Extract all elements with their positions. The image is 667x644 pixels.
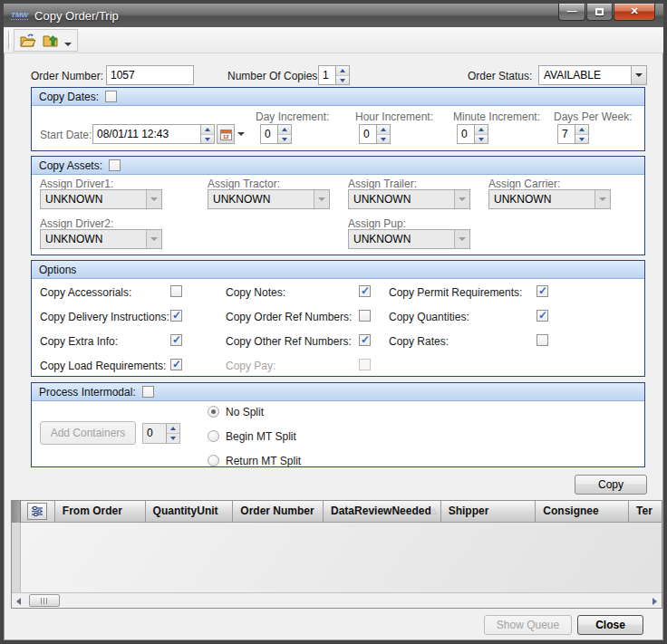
titlebar: TMW Copy Order/Trip — ✕ xyxy=(4,4,663,27)
copy-assets-header-label: Copy Assets: xyxy=(39,159,102,172)
copy-notes-checkbox[interactable] xyxy=(359,285,371,297)
field-chooser-button[interactable] xyxy=(27,503,47,520)
start-date-up-button[interactable] xyxy=(201,125,214,135)
day-increment-value: 0 xyxy=(261,125,277,143)
column-header-order-number[interactable]: Order Number xyxy=(233,501,324,523)
days-per-week-value: 7 xyxy=(558,125,575,143)
day-increment-up[interactable] xyxy=(278,125,291,135)
number-of-copies-value: 1 xyxy=(319,66,335,84)
minute-increment-up[interactable] xyxy=(475,125,488,135)
assign-tractor-label: Assign Tractor: xyxy=(208,178,280,190)
column-header-datareviewneeded[interactable]: DataReviewNeeded △ xyxy=(324,501,441,523)
number-of-copies-stepper[interactable]: 1 xyxy=(318,65,350,85)
assign-trailer-value: UNKNOWN xyxy=(349,190,454,208)
days-per-week-up[interactable] xyxy=(575,125,588,135)
assign-driver2-dropdown: UNKNOWN xyxy=(40,229,162,249)
open-order-button[interactable] xyxy=(17,31,38,50)
radio-return-mt-split xyxy=(208,455,219,466)
scroll-right-button[interactable] xyxy=(647,594,662,608)
calendar-icon: 12 xyxy=(220,129,232,140)
minute-increment-down[interactable] xyxy=(475,135,488,144)
column-header-from-order[interactable]: From Order xyxy=(55,501,146,523)
copy-button[interactable]: Copy xyxy=(575,475,647,495)
column-header-shipper[interactable]: Shipper xyxy=(441,501,536,523)
hour-increment-label: Hour Increment: xyxy=(355,111,433,123)
hour-increment-stepper[interactable]: 0 xyxy=(359,124,391,144)
start-date-down-button[interactable] xyxy=(201,135,214,144)
process-intermodal-checkbox[interactable] xyxy=(142,386,154,398)
order-status-value: AVAILABLE xyxy=(539,66,631,84)
column-header-quantityunit[interactable]: QuantityUnit xyxy=(146,501,234,523)
copy-rates-checkbox[interactable] xyxy=(536,334,548,346)
copy-dates-header-label: Copy Dates: xyxy=(39,91,99,103)
copy-accessorials-checkbox[interactable] xyxy=(170,285,182,297)
day-increment-stepper[interactable]: 0 xyxy=(260,124,292,144)
calendar-button[interactable]: 12 xyxy=(217,124,235,144)
radio-no-split-label: No Split xyxy=(226,406,264,418)
options-header: Options xyxy=(32,261,644,279)
process-intermodal-header-label: Process Intermodal: xyxy=(39,386,136,399)
toolbar-button-group xyxy=(14,29,78,52)
radio-no-split xyxy=(208,406,219,418)
assign-driver2-label: Assign Driver2: xyxy=(40,217,113,230)
copies-down-button[interactable] xyxy=(336,76,349,85)
order-number-input[interactable] xyxy=(106,65,194,85)
tmw-app-icon: TMW xyxy=(11,11,28,20)
copy-quantities-checkbox[interactable] xyxy=(536,310,548,322)
days-per-week-label: Days Per Week: xyxy=(554,111,632,123)
close-window-button[interactable]: ✕ xyxy=(614,4,655,21)
column-header-terminal[interactable]: Ter xyxy=(629,501,662,523)
add-containers-button: Add Containers xyxy=(40,421,136,445)
import-order-button[interactable] xyxy=(40,31,61,50)
open-folder-icon xyxy=(20,34,36,48)
scrollbar-thumb[interactable] xyxy=(29,594,60,607)
assign-trailer-label: Assign Trailer: xyxy=(348,178,417,190)
minute-increment-stepper[interactable]: 0 xyxy=(457,124,488,144)
copies-up-button[interactable] xyxy=(336,66,349,76)
close-button[interactable]: Close xyxy=(577,615,643,635)
copy-order-ref-numbers-label: Copy Order Ref Numbers: xyxy=(226,311,352,323)
scroll-left-button[interactable] xyxy=(12,594,26,608)
maximize-button[interactable] xyxy=(586,4,613,21)
start-date-field[interactable]: 08/01/11 12:43 xyxy=(92,124,215,144)
order-status-dropdown-button[interactable] xyxy=(631,66,646,84)
copy-delivery-instructions-checkbox[interactable] xyxy=(170,310,182,322)
radio-return-mt-split-label: Return MT Split xyxy=(226,455,301,467)
hour-increment-up[interactable] xyxy=(377,125,390,135)
copy-dates-checkbox[interactable] xyxy=(105,91,117,102)
copy-permit-requirements-checkbox[interactable] xyxy=(536,285,548,297)
minimize-button[interactable]: — xyxy=(558,4,585,21)
toolbar-grip[interactable] xyxy=(8,31,11,49)
copy-extra-info-checkbox[interactable] xyxy=(170,334,182,346)
assign-carrier-label: Assign Carrier: xyxy=(488,178,560,190)
process-intermodal-header: Process Intermodal: xyxy=(32,383,644,401)
toolbar-dropdown-arrow[interactable] xyxy=(64,43,72,46)
assign-driver2-value: UNKNOWN xyxy=(41,230,146,248)
copy-dates-header: Copy Dates: xyxy=(32,88,644,106)
minute-increment-value: 0 xyxy=(458,125,474,143)
copy-assets-checkbox[interactable] xyxy=(109,159,121,171)
copy-other-ref-numbers-checkbox[interactable] xyxy=(359,334,371,346)
days-per-week-down[interactable] xyxy=(575,135,588,144)
container-count-value: 0 xyxy=(143,424,166,443)
start-date-label: Start Date: xyxy=(40,129,92,141)
copy-load-requirements-checkbox[interactable] xyxy=(170,359,182,370)
hour-increment-down[interactable] xyxy=(377,135,390,144)
assign-driver1-label: Assign Driver1: xyxy=(40,178,113,190)
copy-delivery-instructions-label: Copy Delivery Instructions: xyxy=(40,311,169,323)
folder-up-arrow-icon xyxy=(43,34,59,48)
field-chooser-icon xyxy=(31,505,44,517)
hour-increment-value: 0 xyxy=(360,125,376,143)
grid-row-selector-column xyxy=(12,523,21,592)
start-date-value: 08/01/11 12:43 xyxy=(93,125,200,143)
restore-icon xyxy=(595,8,604,15)
grid-horizontal-scrollbar[interactable] xyxy=(12,592,662,608)
grid-left-strip xyxy=(12,501,21,523)
copy-permit-requirements-label: Copy Permit Requirements: xyxy=(389,286,522,299)
column-header-consignee[interactable]: Consignee xyxy=(536,501,629,523)
day-increment-down[interactable] xyxy=(278,135,291,144)
copy-order-ref-numbers-checkbox[interactable] xyxy=(359,310,371,322)
calendar-dropdown-arrow[interactable] xyxy=(237,132,245,136)
order-status-dropdown[interactable]: AVAILABLE xyxy=(538,65,647,85)
days-per-week-stepper[interactable]: 7 xyxy=(557,124,589,144)
